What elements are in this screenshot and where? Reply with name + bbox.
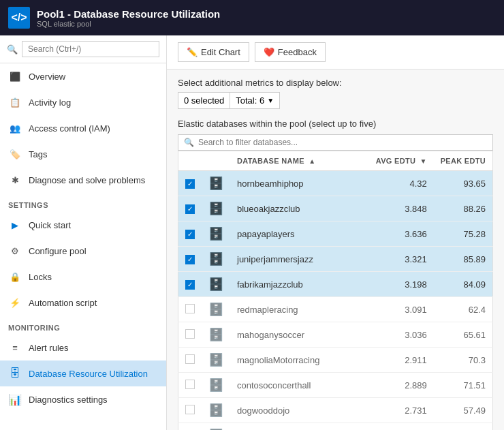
search-box[interactable]: 🔍	[0, 35, 166, 63]
checkbox-checked: ✓	[185, 179, 195, 189]
sidebar-item-diagnostics[interactable]: 📊 Diagnostics settings	[0, 386, 166, 412]
checkbox-checked: ✓	[185, 255, 195, 264]
sort-arrow-name: ▲	[309, 157, 315, 165]
table-row[interactable]: ✓🗄️fabrikamjazzclub3.19884.09	[178, 272, 493, 297]
col-peak-header: PEAK EDTU	[434, 151, 493, 171]
db-icon-cell: 🗄️	[202, 373, 230, 398]
metrics-select-row: 0 selected Total: 6 ▼	[178, 92, 493, 109]
sidebar-item-alert-rules[interactable]: ≡ Alert rules	[0, 335, 166, 360]
peak-edtu-cell: 65.61	[434, 322, 493, 348]
automation-icon: ⚡	[8, 296, 22, 309]
avg-edtu-cell: 3.636	[365, 221, 434, 247]
avg-edtu-cell: 2.647	[365, 423, 434, 431]
avg-edtu-cell: 3.198	[365, 272, 434, 297]
db-name-cell: fabrikamjazzclub	[230, 272, 365, 297]
db-icon-cell: 🗄️	[202, 196, 230, 221]
sidebar-item-label: Activity log	[29, 97, 71, 108]
activity-icon: 📋	[8, 95, 22, 109]
sidebar-item-label: Automation script	[29, 298, 97, 308]
sidebar-item-access-control[interactable]: 👥 Access control (IAM)	[0, 115, 166, 141]
sidebar-item-label: Alert rules	[29, 343, 69, 353]
table-row[interactable]: ✓🗄️juniperjammersjazz3.32185.89	[178, 247, 493, 272]
diagnose-icon: ✱	[8, 173, 22, 187]
peak-edtu-cell: 57.49	[434, 398, 493, 423]
row-checkbox[interactable]	[178, 348, 202, 373]
db-icon-cell: 🗄️	[202, 348, 230, 373]
col-icon-header	[202, 151, 230, 171]
db-name-cell: hornbeamhiphop	[230, 171, 365, 196]
total-box[interactable]: Total: 6 ▼	[230, 92, 280, 109]
diagnostics-icon: 📊	[8, 393, 22, 406]
row-checkbox[interactable]: ✓	[178, 247, 202, 272]
table-row[interactable]: 🗄️redmapleracing3.09162.4	[178, 297, 493, 322]
total-label: Total: 6	[236, 95, 264, 106]
avg-edtu-cell: 3.091	[365, 297, 434, 322]
database-icon: 🗄️	[208, 403, 223, 418]
selected-count-box[interactable]: 0 selected	[178, 92, 230, 109]
sidebar-item-tags[interactable]: 🏷️ Tags	[0, 141, 166, 167]
table-row[interactable]: ✓🗄️blueoakjazzclub3.84888.26	[178, 196, 493, 221]
selected-count: 0 selected	[184, 95, 224, 106]
peak-edtu-cell: 71.51	[434, 373, 493, 398]
table-row[interactable]: 🗄️magnoliaMotorracing2.91170.3	[178, 348, 493, 373]
app-icon: </>	[8, 7, 30, 29]
checkbox-checked: ✓	[185, 280, 195, 290]
database-icon: 🗄️	[208, 251, 223, 266]
sidebar-item-label: Diagnose and solve problems	[29, 175, 145, 185]
row-checkbox[interactable]	[178, 423, 202, 431]
pencil-icon: ✏️	[187, 47, 198, 57]
sidebar-item-quick-start[interactable]: ▶ Quick start	[0, 212, 166, 238]
settings-section-label: SETTINGS	[0, 193, 166, 212]
table-row[interactable]: ✓🗄️papayaplayers3.63675.28	[178, 221, 493, 247]
database-search-box[interactable]: 🔍	[178, 134, 493, 151]
sidebar-item-db-resource[interactable]: 🗄 Database Resource Utilization	[0, 360, 166, 386]
db-resource-icon: 🗄	[8, 367, 22, 380]
row-checkbox[interactable]: ✓	[178, 221, 202, 247]
row-checkbox[interactable]	[178, 398, 202, 423]
col-avg-header[interactable]: AVG EDTU ▼	[365, 151, 434, 171]
table-row[interactable]: 🗄️dogwooddojo2.73157.49	[178, 398, 493, 423]
sidebar-item-activity-log[interactable]: 📋 Activity log	[0, 89, 166, 115]
sidebar-item-configure-pool[interactable]: ⚙ Configure pool	[0, 238, 166, 264]
search-input[interactable]	[22, 41, 159, 57]
row-checkbox[interactable]	[178, 373, 202, 398]
avg-edtu-cell: 4.32	[365, 171, 434, 196]
table-row[interactable]: 🗄️contosoconcerthall2.88971.51	[178, 373, 493, 398]
db-icon-cell: 🗄️	[202, 221, 230, 247]
search-filter-icon: 🔍	[184, 138, 194, 147]
chevron-down-icon: ▼	[267, 97, 274, 104]
sidebar-item-automation-script[interactable]: ⚡ Automation script	[0, 290, 166, 316]
table-row[interactable]: ✓🗄️hornbeamhiphop4.3293.65	[178, 171, 493, 196]
sort-arrow-avg: ▼	[420, 157, 427, 165]
row-checkbox[interactable]: ✓	[178, 196, 202, 221]
edit-chart-button[interactable]: ✏️ Edit Chart	[178, 42, 249, 62]
sidebar-item-diagnose[interactable]: ✱ Diagnose and solve problems	[0, 167, 166, 193]
table-row[interactable]: 🗄️mahoganysoccer3.03665.61	[178, 322, 493, 348]
row-checkbox[interactable]	[178, 297, 202, 322]
row-checkbox[interactable]: ✓	[178, 272, 202, 297]
locks-icon: 🔒	[8, 270, 22, 283]
row-checkbox[interactable]: ✓	[178, 171, 202, 196]
access-icon: 👥	[8, 121, 22, 135]
app-subtitle: SQL elastic pool	[37, 20, 220, 28]
database-search-input[interactable]	[198, 138, 487, 147]
sidebar-item-label: Overview	[29, 72, 65, 82]
configure-icon: ⚙	[8, 244, 22, 258]
heart-icon: ❤️	[264, 47, 274, 57]
row-checkbox[interactable]	[178, 322, 202, 348]
feedback-button[interactable]: ❤️ Feedback	[255, 42, 326, 62]
header-text-group: Pool1 - Database Resource Utilization SQ…	[37, 8, 220, 28]
sidebar-item-locks[interactable]: 🔒 Locks	[0, 264, 166, 290]
table-row[interactable]: 🗄️osageopera2.64775.15	[178, 423, 493, 431]
db-icon-cell: 🗄️	[202, 247, 230, 272]
col-name-header[interactable]: DATABASE NAME ▲	[230, 151, 365, 171]
database-icon: 🗄️	[208, 327, 223, 342]
content-area: ✏️ Edit Chart ❤️ Feedback Select additio…	[167, 35, 504, 430]
sidebar-item-label: Database Resource Utilization	[29, 369, 148, 379]
sidebar-item-overview[interactable]: ⬛ Overview	[0, 63, 166, 89]
db-icon-cell: 🗄️	[202, 171, 230, 196]
avg-edtu-cell: 3.321	[365, 247, 434, 272]
checkbox-empty	[185, 329, 195, 339]
sidebar-item-label: Configure pool	[29, 246, 86, 256]
alert-icon: ≡	[8, 341, 22, 354]
